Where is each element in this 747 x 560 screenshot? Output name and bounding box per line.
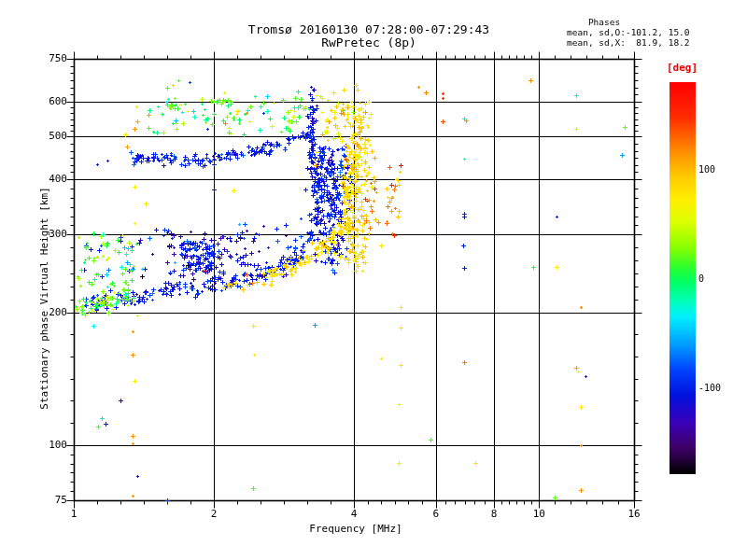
y-tick-label: 750 bbox=[32, 53, 67, 64]
y-tick-label: 200 bbox=[32, 307, 67, 318]
phase-stats-block: Phasesmean, sd,O:-101.2, 15.0mean, sd,X:… bbox=[567, 17, 690, 48]
y-axis-label: Stationary phase Virtual Height [km] bbox=[38, 159, 50, 439]
x-axis-label: Frequency [MHz] bbox=[74, 523, 638, 535]
phase-stats-o-line: mean, sd,O:-101.2, 15.0 bbox=[567, 27, 690, 37]
x-tick-label: 6 bbox=[417, 509, 455, 520]
colorbar-gradient bbox=[669, 82, 696, 474]
x-tick-label: 1 bbox=[55, 509, 92, 520]
colorbar-tick-label: 100 bbox=[698, 164, 715, 175]
y-tick-label: 75 bbox=[32, 495, 67, 506]
y-tick-label: 400 bbox=[32, 174, 67, 185]
y-tick-label: 500 bbox=[32, 131, 67, 142]
colorbar-tick-label: -100 bbox=[698, 383, 721, 393]
x-tick-label: 4 bbox=[335, 509, 373, 520]
phase-stats-x-line: mean, sd,X: 81.9, 18.2 bbox=[567, 37, 690, 48]
x-tick-label: 10 bbox=[520, 509, 557, 520]
colorbar-tick-label: 0 bbox=[698, 273, 704, 284]
colorbar-unit-label: [deg] bbox=[667, 62, 698, 74]
phase-stats-heading: Phases bbox=[567, 17, 620, 27]
y-tick-label: 300 bbox=[32, 229, 67, 240]
x-tick-label: 16 bbox=[615, 509, 653, 520]
y-tick-label: 600 bbox=[32, 96, 67, 107]
x-tick-label: 8 bbox=[475, 509, 513, 520]
x-tick-label: 2 bbox=[195, 509, 233, 520]
ionogram-plot-canvas bbox=[0, 0, 747, 560]
ionogram-screen: Tromsø 20160130 07:28:00-07:29:43 RwPret… bbox=[0, 0, 747, 560]
y-tick-label: 100 bbox=[32, 440, 67, 451]
